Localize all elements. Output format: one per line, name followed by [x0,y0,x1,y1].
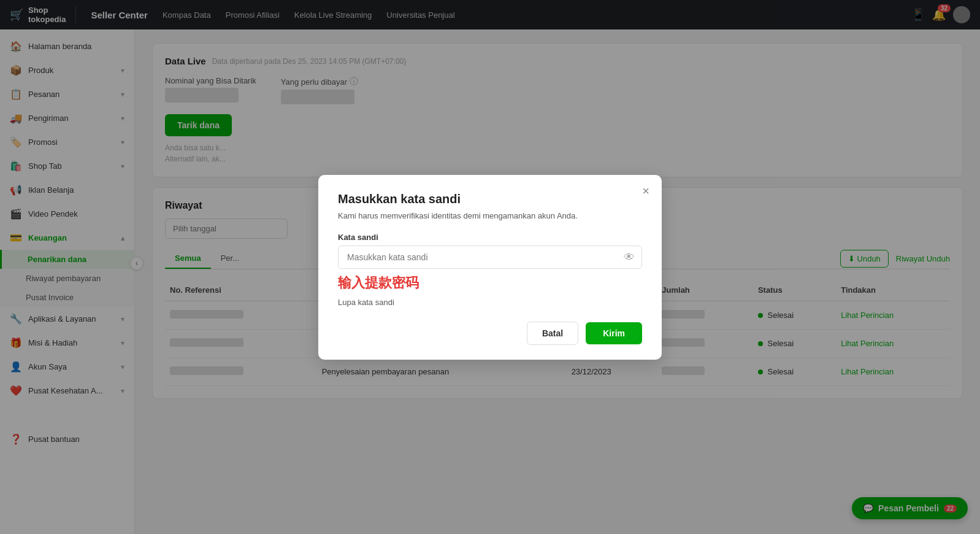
submit-button[interactable]: Kirim [586,322,642,344]
modal-close-button[interactable]: × [642,185,649,197]
chinese-hint-text: 输入提款密码 [338,274,642,292]
password-input[interactable] [338,246,642,269]
modal-subtitle: Kami harus memverifikasi identitas demi … [338,211,642,220]
eye-icon[interactable]: 👁 [624,250,635,263]
modal-title: Masukkan kata sandi [338,192,642,206]
modal-overlay: × Masukkan kata sandi Kami harus memveri… [0,0,980,505]
password-modal: × Masukkan kata sandi Kami harus memveri… [318,175,662,360]
password-field-wrap: 👁 [338,246,642,269]
cancel-button[interactable]: Batal [527,322,578,345]
modal-footer: Batal Kirim [338,322,642,345]
kata-sandi-label: Kata sandi [338,233,642,242]
forgot-password-link[interactable]: Lupa kata sandi [338,298,394,307]
